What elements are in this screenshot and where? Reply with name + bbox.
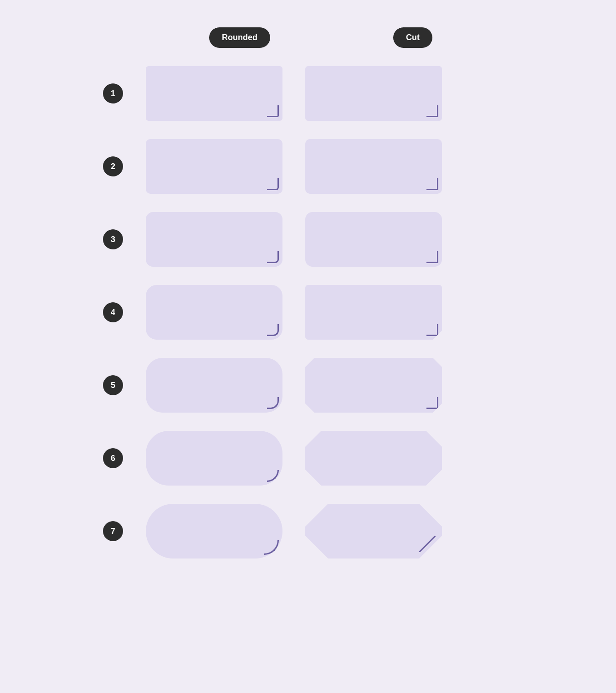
cut-card-5 (305, 358, 442, 413)
shapes-pair-5 (146, 358, 513, 413)
svg-line-0 (419, 536, 436, 552)
rounded-card-1 (146, 66, 282, 121)
shapes-pair-4 (146, 285, 513, 340)
rounded-card-5 (146, 358, 282, 413)
shapes-pair-7 (146, 504, 513, 559)
corner-indicator-c2 (426, 178, 438, 190)
rounded-card-7 (146, 504, 282, 559)
cut-card-4 (305, 285, 442, 340)
cut-card-3 (305, 212, 442, 267)
corner-indicator-r7 (264, 540, 279, 555)
corner-indicator-c7 (419, 536, 436, 552)
rounded-badge: Rounded (209, 27, 270, 48)
row-6: 6 (103, 431, 513, 486)
row-3: 3 (103, 212, 513, 267)
row-number-4: 4 (103, 302, 123, 322)
corner-indicator-r1 (267, 105, 279, 117)
shapes-pair-6 (146, 431, 513, 486)
row-2: 2 (103, 139, 513, 194)
corner-indicator-r3 (267, 251, 279, 263)
cut-card-2 (305, 139, 442, 194)
corner-indicator-c4 (426, 324, 438, 336)
rounded-card-2 (146, 139, 282, 194)
cut-card-1 (305, 66, 442, 121)
corner-indicator-r5 (267, 397, 279, 409)
rounded-card-3 (146, 212, 282, 267)
corner-indicator-r6 (267, 470, 279, 482)
row-5: 5 (103, 358, 513, 413)
row-7: 7 (103, 504, 513, 559)
corner-indicator-c1 (426, 105, 438, 117)
corner-indicator-r2 (267, 178, 279, 190)
corner-indicator-c6 (425, 468, 437, 481)
row-4: 4 (103, 285, 513, 340)
cut-badge: Cut (393, 27, 432, 48)
row-number-1: 1 (103, 83, 123, 103)
shapes-pair-1 (146, 66, 513, 121)
row-number-3: 3 (103, 229, 123, 249)
row-number-2: 2 (103, 156, 123, 176)
corner-indicator-c3 (426, 251, 438, 263)
corner-indicator-r4 (267, 324, 279, 336)
shapes-pair-2 (146, 139, 513, 194)
row-number-7: 7 (103, 521, 123, 541)
row-number-6: 6 (103, 448, 123, 468)
rounded-card-6 (146, 431, 282, 486)
row-1: 1 (103, 66, 513, 121)
header-row: Rounded Cut (135, 27, 481, 48)
cut-card-6 (305, 431, 442, 486)
shapes-pair-3 (146, 212, 513, 267)
cut-card-7 (305, 504, 442, 559)
rounded-card-4 (146, 285, 282, 340)
corner-indicator-c5 (426, 397, 438, 409)
rows-container: 1 2 3 (103, 66, 513, 559)
row-number-5: 5 (103, 375, 123, 395)
